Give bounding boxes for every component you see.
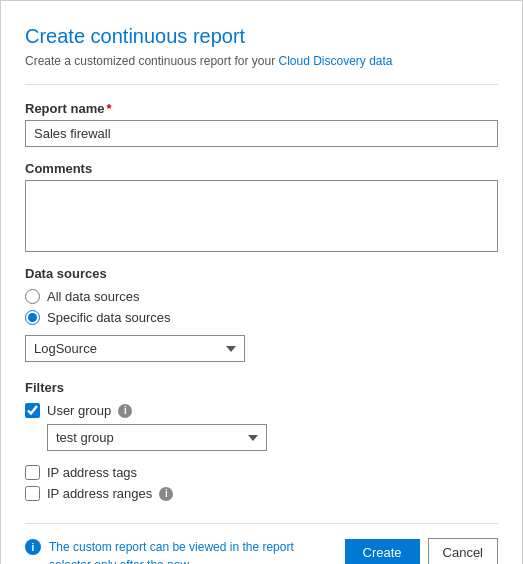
create-continuous-report-dialog: Create continuous report Create a custom… — [0, 0, 523, 564]
title-part2: report — [193, 25, 245, 47]
footer-info-icon: i — [25, 539, 41, 555]
data-sources-label: Data sources — [25, 266, 498, 281]
radio-all-sources[interactable]: All data sources — [25, 289, 498, 304]
ip-ranges-info-icon: i — [159, 487, 173, 501]
cancel-button[interactable]: Cancel — [428, 538, 498, 564]
filter-ip-tags[interactable]: IP address tags — [25, 465, 498, 480]
radio-specific-sources-input[interactable] — [25, 310, 40, 325]
filter-ip-ranges[interactable]: IP address ranges i — [25, 486, 498, 501]
comments-label: Comments — [25, 161, 498, 176]
footer-buttons: Create Cancel — [345, 538, 499, 564]
dialog-title: Create continuous report — [25, 25, 498, 48]
comments-input[interactable] — [25, 180, 498, 252]
dialog-footer: i The custom report can be viewed in the… — [25, 523, 498, 564]
filter-ip-tags-checkbox[interactable] — [25, 465, 40, 480]
report-name-input[interactable] — [25, 120, 498, 147]
radio-all-sources-label: All data sources — [47, 289, 140, 304]
title-part1: Create continuous — [25, 25, 187, 47]
divider — [25, 84, 498, 85]
filter-ip-tags-label: IP address tags — [47, 465, 137, 480]
footer-info: i The custom report can be viewed in the… — [25, 538, 333, 564]
filters-label: Filters — [25, 380, 498, 395]
create-button[interactable]: Create — [345, 539, 420, 564]
user-group-dropdown-wrapper: test group — [47, 424, 498, 457]
cloud-discovery-link[interactable]: Cloud Discovery data — [278, 54, 392, 68]
filter-user-group-checkbox[interactable] — [25, 403, 40, 418]
user-group-info-icon: i — [118, 404, 132, 418]
report-name-label: Report name* — [25, 101, 498, 116]
filter-user-group[interactable]: User group i — [25, 403, 498, 418]
radio-specific-sources[interactable]: Specific data sources — [25, 310, 498, 325]
radio-all-sources-input[interactable] — [25, 289, 40, 304]
dialog-subtitle: Create a customized continuous report fo… — [25, 54, 498, 68]
user-group-dropdown[interactable]: test group — [47, 424, 267, 451]
footer-info-text: The custom report can be viewed in the r… — [49, 538, 333, 564]
filter-ip-ranges-checkbox[interactable] — [25, 486, 40, 501]
data-sources-radio-group: All data sources Specific data sources — [25, 289, 498, 325]
filter-ip-ranges-label: IP address ranges — [47, 486, 152, 501]
filters-section: Filters User group i test group IP addre… — [25, 380, 498, 507]
filter-user-group-label: User group — [47, 403, 111, 418]
radio-specific-sources-label: Specific data sources — [47, 310, 171, 325]
log-source-dropdown[interactable]: LogSource — [25, 335, 245, 362]
